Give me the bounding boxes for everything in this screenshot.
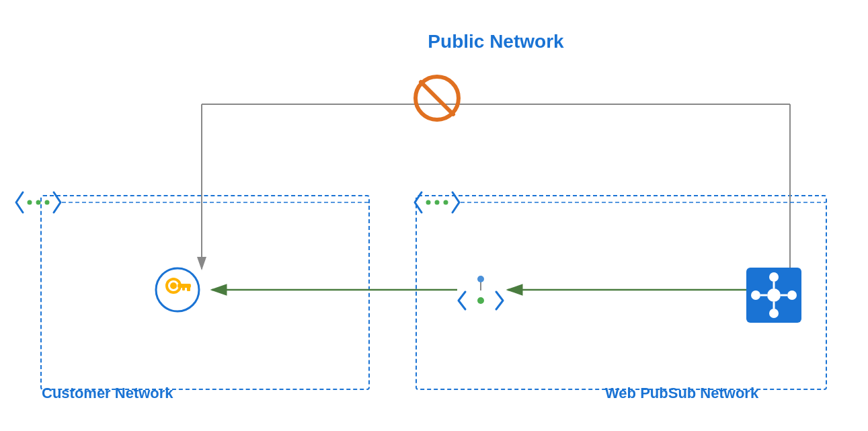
svg-point-17	[170, 282, 177, 289]
svg-point-33	[751, 290, 760, 300]
svg-point-20	[45, 200, 50, 205]
svg-point-26	[477, 297, 484, 304]
service-connector	[457, 274, 504, 305]
svg-point-18	[28, 200, 32, 205]
svg-point-35	[787, 290, 797, 300]
svg-point-28	[767, 288, 781, 302]
svg-point-21	[426, 200, 431, 205]
key-icon	[153, 266, 202, 314]
svg-point-23	[444, 200, 448, 205]
svg-point-22	[435, 200, 440, 205]
ban-icon	[413, 74, 461, 122]
public-network-label: Public Network	[416, 31, 576, 52]
svg-rect-15	[187, 286, 190, 291]
customer-network-label: Customer Network	[42, 385, 173, 402]
api-connector-mid	[413, 187, 461, 218]
customer-network-box	[40, 195, 370, 390]
svg-line-11	[421, 82, 453, 114]
webpubsub-icon	[746, 268, 801, 323]
svg-rect-16	[182, 286, 185, 290]
svg-point-31	[769, 309, 779, 318]
svg-point-25	[477, 276, 484, 282]
svg-point-29	[769, 272, 779, 282]
webpubsub-network-label: Web PubSub Network	[605, 385, 758, 402]
api-connector-left	[15, 187, 62, 218]
svg-point-19	[36, 200, 41, 205]
diagram-container: Public Network Customer Network Web PubS…	[0, 0, 868, 431]
